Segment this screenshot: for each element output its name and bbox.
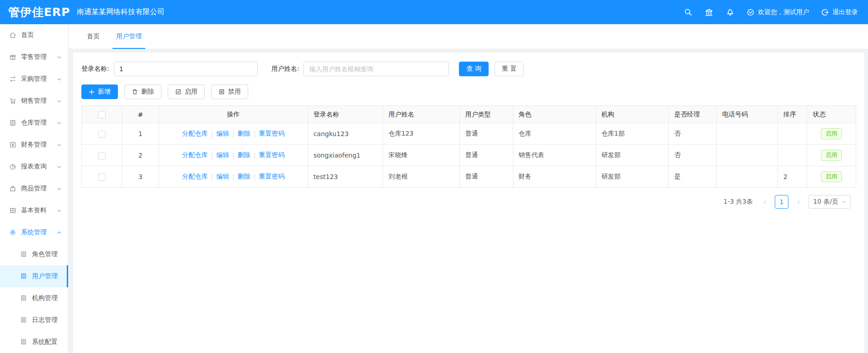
sidebar-item-warehouse[interactable]: 仓库管理 — [0, 112, 68, 134]
pie-chart-icon — [9, 163, 16, 170]
chevron-down-icon — [57, 121, 62, 126]
sidebar-item-role-mgmt[interactable]: 角色管理 — [0, 243, 68, 265]
bell-icon[interactable] — [725, 8, 735, 17]
tab-user-mgmt[interactable]: 用户管理 — [108, 24, 150, 49]
grid-icon — [9, 207, 16, 214]
cell-name: 刘老根 — [383, 166, 459, 188]
app-logo: 管伊佳ERP — [0, 5, 69, 20]
cell-name: 仓库123 — [383, 123, 459, 145]
login-name-input[interactable] — [114, 62, 258, 76]
col-sort: 排序 — [777, 106, 807, 123]
user-name-input[interactable] — [304, 62, 449, 76]
enable-button[interactable]: 启用 — [168, 84, 205, 99]
gear-icon — [9, 229, 16, 236]
reset-password-link[interactable]: 重置密码 — [259, 130, 285, 138]
sidebar-item-products[interactable]: 商品管理 — [0, 178, 68, 200]
cell-phone — [717, 166, 778, 188]
status-badge: 启用 — [821, 171, 842, 183]
status-badge: 启用 — [821, 128, 842, 140]
table-row: 2 分配仓库| 编辑| 删除| 重置密码 songxiaofeng1 宋晓锋 普… — [82, 145, 856, 166]
sidebar-item-org-mgmt[interactable]: 机构管理 — [0, 287, 68, 309]
sidebar-item-system-config[interactable]: 系统配置 — [0, 331, 68, 353]
app-header: 管伊佳ERP 南通某某网络科技有限公司 欢迎您，测试用户 退出登录 — [0, 0, 868, 24]
reset-password-link[interactable]: 重置密码 — [259, 151, 285, 159]
delete-button[interactable]: 删除 — [124, 84, 161, 99]
user-menu[interactable]: 欢迎您，测试用户 — [746, 8, 809, 16]
trash-icon — [132, 89, 138, 95]
next-page-button[interactable]: › — [793, 198, 804, 206]
status-badge: 启用 — [821, 150, 842, 161]
sidebar-item-reports[interactable]: 报表查询 — [0, 156, 68, 178]
cell-type: 普通 — [459, 123, 513, 145]
plus-icon — [89, 89, 95, 95]
logout-label: 退出登录 — [832, 8, 858, 16]
sidebar-item-basic-data[interactable]: 基本资料 — [0, 200, 68, 221]
cell-role: 销售代表 — [513, 145, 596, 166]
search-icon[interactable] — [683, 8, 692, 17]
toolbar: 新增 删除 启用 禁用 — [81, 84, 856, 99]
chevron-down-icon — [57, 142, 62, 148]
warehouse-icon — [9, 119, 16, 126]
cell-login: test123 — [308, 166, 383, 188]
add-button[interactable]: 新增 — [81, 84, 118, 99]
sidebar-item-retail[interactable]: 零售管理 — [0, 46, 68, 68]
col-actions: 操作 — [159, 106, 308, 123]
doc-icon — [20, 338, 27, 346]
page-size-select[interactable]: 10 条/页 — [809, 195, 851, 209]
cell-manager: 否 — [669, 145, 717, 166]
edit-link[interactable]: 编辑 — [216, 151, 229, 159]
select-all-checkbox[interactable] — [98, 111, 106, 118]
col-name: 用户姓名 — [383, 106, 459, 123]
chevron-down-icon — [57, 55, 62, 60]
col-index: # — [122, 106, 159, 123]
col-status: 状态 — [807, 106, 856, 123]
search-button[interactable]: 查 询 — [459, 62, 488, 76]
cell-sort — [777, 145, 807, 166]
prev-page-button[interactable]: ‹ — [759, 198, 770, 206]
bank-icon[interactable] — [704, 8, 714, 17]
sidebar-item-system[interactable]: 系统管理 — [0, 221, 68, 243]
delete-link[interactable]: 删除 — [238, 173, 250, 181]
cell-org: 研发部 — [596, 166, 668, 188]
sidebar-item-home[interactable]: 首页 — [0, 24, 68, 46]
gift-icon — [9, 53, 16, 61]
assign-warehouse-link[interactable]: 分配仓库 — [182, 130, 208, 138]
sidebar-item-user-mgmt[interactable]: 用户管理 — [0, 265, 68, 287]
logout-button[interactable]: 退出登录 — [821, 8, 858, 16]
cell-login: songxiaofeng1 — [308, 145, 383, 166]
assign-warehouse-link[interactable]: 分配仓库 — [182, 173, 208, 181]
sidebar-item-finance[interactable]: 财务管理 — [0, 134, 68, 156]
delete-link[interactable]: 删除 — [238, 151, 250, 159]
sidebar-item-log-mgmt[interactable]: 日志管理 — [0, 309, 68, 331]
cart-icon — [9, 97, 16, 105]
table-row: 3 分配仓库| 编辑| 删除| 重置密码 test123 刘老根 普通 财务 研… — [82, 166, 856, 188]
table-row: 1 分配仓库| 编辑| 删除| 重置密码 cangku123 仓库123 普通 … — [82, 123, 856, 145]
chevron-down-icon — [57, 186, 62, 191]
edit-link[interactable]: 编辑 — [216, 173, 229, 181]
cell-phone — [717, 145, 778, 166]
row-checkbox[interactable] — [98, 174, 106, 181]
sidebar-item-sales[interactable]: 销售管理 — [0, 90, 68, 112]
disable-button[interactable]: 禁用 — [211, 84, 248, 99]
doc-icon — [20, 251, 27, 258]
tab-bar: 首页 用户管理 — [69, 24, 868, 49]
main-area: 首页 用户管理 登录名称: 用户姓名: 查 询 重 置 新增 — [69, 24, 868, 353]
row-checkbox[interactable] — [98, 152, 106, 159]
delete-link[interactable]: 删除 — [238, 130, 250, 138]
doc-icon — [20, 295, 27, 302]
cell-type: 普通 — [459, 145, 513, 166]
edit-link[interactable]: 编辑 — [216, 130, 229, 138]
assign-warehouse-link[interactable]: 分配仓库 — [182, 151, 208, 159]
col-role: 角色 — [513, 106, 596, 123]
sidebar: 首页 零售管理 采购管理 销售管理 仓库管理 财务管理 报表查询 商品管理 基本… — [0, 24, 69, 353]
row-checkbox[interactable] — [98, 131, 106, 138]
tab-home[interactable]: 首页 — [79, 24, 108, 49]
sidebar-item-purchase[interactable]: 采购管理 — [0, 68, 68, 90]
check-square-icon — [175, 89, 181, 95]
filter-row: 登录名称: 用户姓名: 查 询 重 置 — [81, 62, 856, 76]
reset-button[interactable]: 重 置 — [495, 62, 524, 76]
cell-role: 财务 — [513, 166, 596, 188]
page-number-button[interactable]: 1 — [775, 195, 788, 209]
reset-password-link[interactable]: 重置密码 — [259, 173, 285, 181]
col-phone: 电话号码 — [717, 106, 778, 123]
